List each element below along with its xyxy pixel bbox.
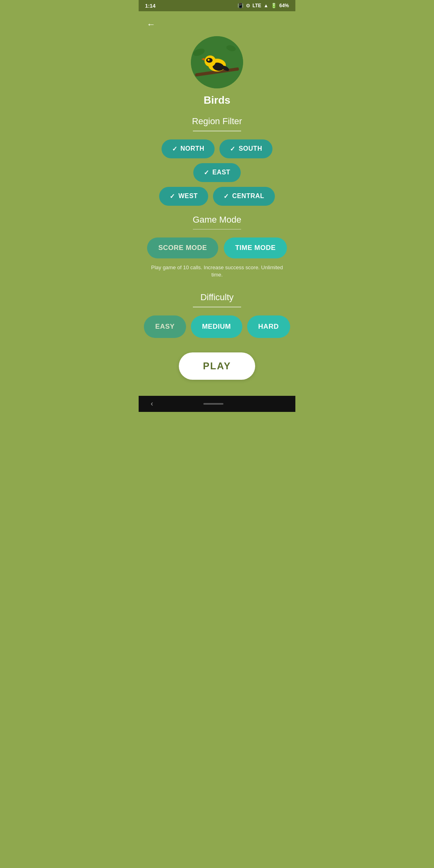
region-filter-row-1: ✓ NORTH ✓ SOUTH ✓ EAST bbox=[147, 139, 287, 182]
east-check-icon: ✓ bbox=[204, 169, 209, 176]
bird-image bbox=[191, 36, 243, 88]
hard-button[interactable]: HARD bbox=[247, 315, 290, 338]
difficulty-label: Difficulty bbox=[201, 292, 234, 303]
region-filter-section: Region Filter ✓ NORTH ✓ SOUTH ✓ EAST ✓ W… bbox=[147, 116, 287, 211]
region-west-button[interactable]: ✓ WEST bbox=[159, 187, 208, 206]
game-mode-label: Game Mode bbox=[192, 215, 241, 225]
signal-label: LTE bbox=[252, 3, 261, 8]
easy-button[interactable]: EASY bbox=[144, 315, 186, 338]
region-east-button[interactable]: ✓ EAST bbox=[193, 163, 241, 182]
region-north-button[interactable]: ✓ NORTH bbox=[162, 139, 215, 158]
signal-icon: ▲ bbox=[264, 3, 268, 8]
location-icon: ⊙ bbox=[246, 3, 250, 8]
vibrate-icon: 📳 bbox=[237, 3, 244, 8]
easy-label: EASY bbox=[155, 323, 174, 330]
score-mode-label: SCORE MODE bbox=[158, 244, 207, 252]
medium-label: MEDIUM bbox=[202, 323, 231, 330]
home-indicator[interactable] bbox=[203, 403, 223, 405]
status-icons: 📳 ⊙ LTE ▲ 🔋 64% bbox=[237, 3, 289, 8]
bottom-nav-bar: ‹ bbox=[139, 396, 295, 412]
east-label: EAST bbox=[212, 169, 230, 176]
game-mode-divider bbox=[193, 229, 241, 230]
south-check-icon: ✓ bbox=[230, 145, 235, 153]
hard-label: HARD bbox=[258, 323, 279, 330]
time-mode-label: TIME MODE bbox=[235, 244, 276, 252]
difficulty-section: Difficulty EASY MEDIUM HARD bbox=[147, 292, 287, 338]
battery-label: 64% bbox=[279, 3, 289, 8]
north-label: NORTH bbox=[180, 145, 204, 152]
region-central-button[interactable]: ✓ CENTRAL bbox=[213, 187, 274, 206]
back-nav-button[interactable]: ‹ bbox=[151, 399, 153, 408]
region-filter-label: Region Filter bbox=[192, 116, 242, 127]
play-button[interactable]: PLAY bbox=[179, 352, 255, 380]
region-filter-row-2: ✓ WEST ✓ CENTRAL bbox=[159, 187, 274, 206]
south-label: SOUTH bbox=[239, 145, 262, 152]
central-check-icon: ✓ bbox=[223, 192, 229, 200]
region-south-button[interactable]: ✓ SOUTH bbox=[219, 139, 272, 158]
back-button[interactable]: ← bbox=[147, 18, 159, 31]
svg-point-6 bbox=[208, 59, 210, 61]
battery-icon: 🔋 bbox=[271, 3, 277, 8]
main-content: ← Birds Region F bbox=[139, 11, 295, 396]
region-divider bbox=[193, 131, 241, 131]
score-mode-button[interactable]: SCORE MODE bbox=[147, 237, 218, 258]
difficulty-buttons-row: EASY MEDIUM HARD bbox=[144, 315, 290, 338]
medium-button[interactable]: MEDIUM bbox=[191, 315, 242, 338]
central-label: CENTRAL bbox=[232, 192, 264, 200]
mode-description: Play game of 10 calls. Increase success … bbox=[147, 264, 287, 278]
difficulty-divider bbox=[193, 307, 241, 307]
west-label: WEST bbox=[178, 192, 198, 200]
status-time: 1:14 bbox=[145, 3, 156, 9]
west-check-icon: ✓ bbox=[170, 192, 175, 200]
status-bar: 1:14 📳 ⊙ LTE ▲ 🔋 64% bbox=[139, 0, 295, 11]
bird-title: Birds bbox=[204, 94, 230, 106]
game-mode-section: Game Mode SCORE MODE TIME MODE Play game… bbox=[147, 215, 287, 289]
mode-buttons-row: SCORE MODE TIME MODE bbox=[147, 237, 287, 258]
north-check-icon: ✓ bbox=[172, 145, 178, 153]
time-mode-button[interactable]: TIME MODE bbox=[224, 237, 287, 258]
